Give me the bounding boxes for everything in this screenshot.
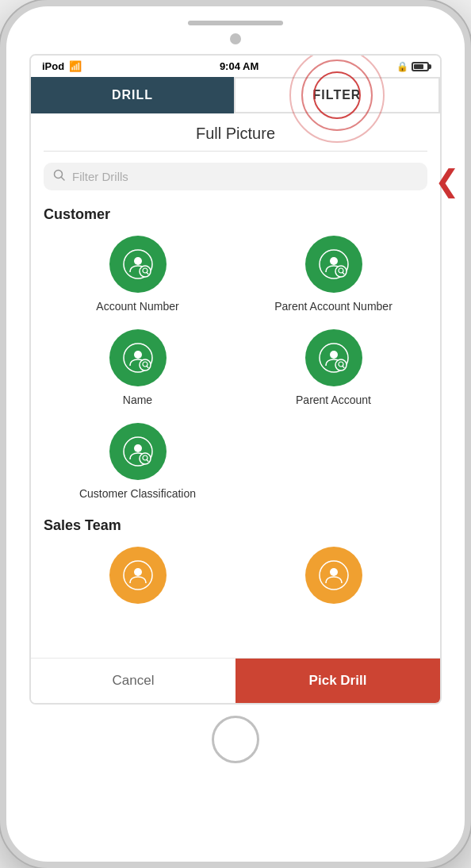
- screen-title: Full Picture: [44, 113, 427, 151]
- sales-2-icon: [305, 547, 362, 604]
- svg-point-13: [134, 351, 142, 359]
- phone-speaker: [188, 21, 283, 25]
- phone-screen: iPod 📶 9:04 AM 🔒 DRILL FILTER: [29, 54, 442, 705]
- svg-point-9: [335, 266, 347, 277]
- svg-point-3: [134, 257, 142, 265]
- account-number-label: Account Number: [96, 299, 178, 313]
- svg-point-19: [335, 359, 347, 371]
- drill-item-parent-account[interactable]: Parent Account: [239, 329, 427, 407]
- customer-classification-icon: [109, 423, 167, 480]
- search-bar[interactable]: Filter Drills: [44, 163, 427, 190]
- title-divider: [44, 151, 427, 152]
- bottom-buttons: Cancel Pick Drill: [31, 658, 440, 703]
- parent-account-number-icon: [305, 236, 362, 293]
- tab-filter[interactable]: FILTER: [234, 77, 440, 113]
- drill-item-customer-classification[interactable]: Customer Classification: [44, 423, 232, 501]
- drill-item-sales-2[interactable]: [239, 547, 427, 610]
- account-number-icon: [109, 236, 167, 293]
- svg-point-4: [140, 266, 151, 277]
- device-model: iPod: [42, 60, 64, 72]
- drill-item-account-number[interactable]: Account Number: [44, 236, 232, 313]
- name-label: Name: [123, 393, 152, 407]
- svg-point-14: [140, 359, 151, 371]
- status-bar: iPod 📶 9:04 AM 🔒: [31, 56, 440, 77]
- customer-classification-label: Customer Classification: [79, 486, 196, 501]
- parent-account-icon: [305, 329, 362, 386]
- drill-item-parent-account-number[interactable]: Parent Account Number: [239, 236, 427, 313]
- svg-point-23: [134, 444, 142, 452]
- name-icon: [109, 329, 167, 386]
- drill-item-name[interactable]: Name: [44, 329, 232, 407]
- status-right: 🔒: [396, 61, 429, 72]
- customer-section-title: Customer: [44, 206, 427, 223]
- status-time: 9:04 AM: [220, 60, 258, 72]
- drill-item-sales-1[interactable]: [44, 547, 232, 610]
- sales-team-section-title: Sales Team: [44, 517, 427, 534]
- customer-drill-grid: Account Number Parent Ac: [44, 236, 427, 501]
- sales-1-icon: [109, 547, 167, 604]
- svg-point-28: [134, 568, 142, 576]
- tab-drill[interactable]: DRILL: [31, 77, 234, 113]
- phone-camera: [230, 33, 241, 44]
- parent-account-number-label: Parent Account Number: [274, 299, 392, 313]
- search-icon: [53, 169, 66, 184]
- svg-point-18: [330, 351, 338, 359]
- wifi-icon: 📶: [69, 60, 82, 72]
- lock-icon: 🔒: [396, 61, 408, 72]
- status-left: iPod 📶: [42, 60, 82, 72]
- tab-bar: DRILL FILTER: [31, 77, 440, 113]
- battery-icon: [412, 62, 429, 71]
- parent-account-label: Parent Account: [296, 393, 371, 407]
- sales-team-drill-grid: [44, 547, 427, 610]
- screen-content: Full Picture Filter Drills Customer: [31, 113, 440, 658]
- home-button[interactable]: [212, 716, 259, 763]
- back-arrow[interactable]: ❮: [435, 163, 460, 198]
- svg-line-1: [61, 177, 64, 180]
- phone-frame: iPod 📶 9:04 AM 🔒 DRILL FILTER: [0, 0, 471, 868]
- svg-point-30: [330, 568, 338, 576]
- svg-point-8: [330, 257, 338, 265]
- pick-drill-button[interactable]: Pick Drill: [236, 659, 440, 703]
- sales-team-section: Sales Team: [44, 517, 427, 610]
- cancel-button[interactable]: Cancel: [31, 659, 236, 703]
- svg-point-24: [140, 453, 151, 464]
- search-placeholder: Filter Drills: [72, 170, 128, 183]
